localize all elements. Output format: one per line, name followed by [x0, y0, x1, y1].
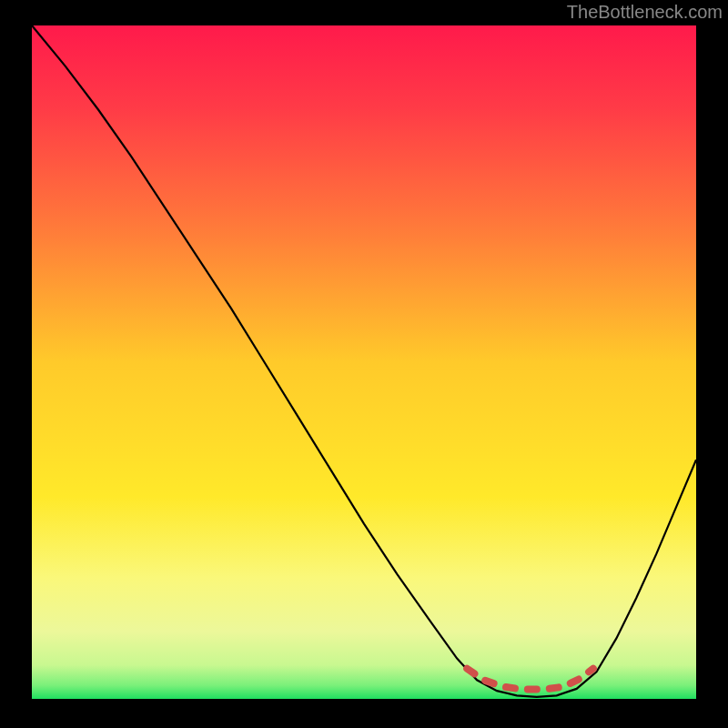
svg-rect-1 — [32, 25, 696, 699]
watermark-text: TheBottleneck.com — [567, 2, 723, 23]
bottleneck-chart — [0, 0, 728, 728]
chart-container: TheBottleneck.com — [0, 0, 728, 728]
